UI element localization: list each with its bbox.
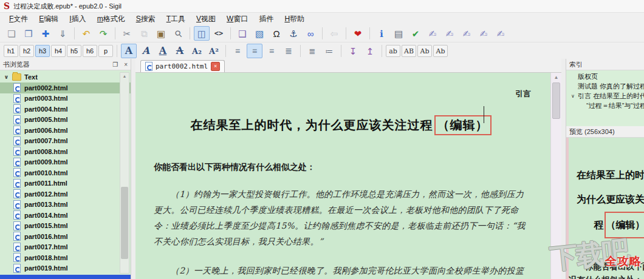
insert-anchor-icon[interactable]: ⚓	[286, 26, 301, 41]
file-item[interactable]: part0007.html	[0, 136, 131, 147]
menu-format[interactable]: m格式化	[92, 13, 131, 25]
menu-help[interactable]: H帮助	[279, 13, 310, 25]
scroll-up-icon[interactable]: ▲	[120, 74, 129, 78]
italic-button[interactable]: A	[138, 44, 154, 58]
file-item[interactable]: part0017.html	[0, 242, 131, 253]
file-item[interactable]: part0011.html	[0, 178, 131, 189]
goto-misspelled-3-icon[interactable]: ✍	[459, 26, 474, 41]
editor-scrollbar[interactable]: ▲	[550, 73, 561, 279]
back-icon[interactable]: ⇦	[326, 26, 342, 41]
menu-file[interactable]: F文件	[4, 13, 33, 25]
spellcheck-icon[interactable]: ✔	[408, 26, 423, 41]
align-right-icon[interactable]: ≡	[264, 44, 279, 58]
close-tab-icon[interactable]: ×	[211, 62, 220, 71]
sidebar-scrollbar[interactable]: ▲	[120, 72, 129, 274]
subscript-button[interactable]: A₂	[189, 44, 205, 58]
menu-edit[interactable]: E编辑	[33, 13, 64, 25]
capitalize-button[interactable]: Ab	[417, 45, 432, 57]
file-item[interactable]: part0009.html	[0, 157, 131, 168]
numbered-list-icon[interactable]: ≔	[321, 44, 337, 58]
undo-icon[interactable]: ↶	[78, 26, 94, 41]
align-justify-icon[interactable]: ≣	[281, 44, 296, 58]
file-item[interactable]: part0018.html	[0, 252, 131, 263]
file-item[interactable]: part0012.html	[0, 189, 131, 200]
file-item[interactable]: part0002.html	[0, 82, 131, 93]
heading-1-button[interactable]: h1	[4, 45, 18, 57]
heading-4-button[interactable]: h4	[51, 45, 66, 57]
goto-misspelled-5-icon[interactable]: ✍	[493, 26, 509, 41]
align-center-icon[interactable]: ≡	[247, 44, 262, 58]
menu-insert[interactable]: I插入	[64, 13, 91, 25]
file-item[interactable]: part0008.html	[0, 146, 131, 157]
underline-button[interactable]: A	[155, 44, 171, 58]
goto-misspelled-1-icon[interactable]: ✍	[425, 26, 440, 41]
file-item[interactable]: part0003.html	[0, 93, 131, 104]
code-view-icon[interactable]: <>	[211, 26, 227, 41]
float-panel-icon[interactable]: ❐	[112, 61, 118, 68]
bullet-list-icon[interactable]: ≣	[304, 44, 320, 58]
splitter-right[interactable]	[561, 59, 566, 279]
align-left-icon[interactable]: ≡	[230, 44, 245, 58]
insert-image-icon[interactable]: ▧	[252, 26, 267, 41]
save-icon[interactable]: ⇓	[55, 26, 70, 41]
menu-search[interactable]: S搜索	[131, 13, 161, 25]
redo-icon[interactable]: ↷	[95, 26, 111, 41]
scrollbar-thumb[interactable]	[121, 187, 128, 259]
split-marker-icon[interactable]: ↧	[345, 44, 361, 58]
add-existing-file-icon[interactable]: ✚	[38, 26, 53, 41]
lowercase-button[interactable]: ab	[386, 45, 400, 57]
donate-heart-icon[interactable]: ❤	[350, 26, 366, 41]
strikethrough-button[interactable]: A	[172, 44, 188, 58]
heading-6-button[interactable]: h6	[83, 45, 97, 57]
tab-part0002[interactable]: part0002.html ×	[140, 60, 225, 72]
file-item[interactable]: part0006.html	[0, 125, 131, 136]
insert-special-character-icon[interactable]: Ω	[269, 26, 284, 41]
scrollbar-thumb[interactable]	[552, 82, 560, 119]
paragraph-button[interactable]: p	[98, 45, 113, 57]
book-view-icon[interactable]: ◫	[194, 26, 210, 41]
chevron-down-icon[interactable]: ∨	[4, 74, 9, 80]
heading-2-button[interactable]: h2	[19, 45, 34, 57]
new-file-icon[interactable]: ❏	[4, 26, 19, 41]
book-view-editor[interactable]: 引言 在结果至上的时代，为什么更应该关注过程（编辑） 你能否看出以下两种情况有什…	[135, 73, 561, 279]
file-item[interactable]: part0014.html	[0, 210, 131, 221]
splitter-left[interactable]	[131, 59, 135, 279]
titlecase-button[interactable]: Ab	[433, 45, 448, 57]
toc-item-quiz[interactable]: 测试题 你真的了解过程	[566, 81, 644, 91]
heading-5-button[interactable]: h5	[67, 45, 81, 57]
menu-tools[interactable]: T工具	[161, 13, 191, 25]
toc-item-process-result[interactable]: “过程＝结果”与“过程	[566, 101, 644, 110]
toc-item-copyright[interactable]: 版权页	[566, 72, 644, 81]
toc-item-intro[interactable]: ∨ 引言 在结果至上的时代	[566, 91, 644, 101]
file-item[interactable]: part0013.html	[0, 200, 131, 210]
folder-text[interactable]: ∨ Text	[0, 72, 131, 82]
file-item[interactable]: part0005.html	[0, 115, 131, 126]
uppercase-button[interactable]: AB	[402, 45, 416, 57]
superscript-button[interactable]: A²	[206, 44, 222, 58]
heading-3-button[interactable]: h3	[35, 45, 50, 57]
close-panel-icon[interactable]: ×	[124, 61, 128, 68]
file-item[interactable]: part0004.html	[0, 104, 131, 115]
menu-plugins[interactable]: 插件	[253, 13, 279, 25]
file-item[interactable]: part0015.html	[0, 221, 131, 232]
open-file-icon[interactable]: ❒	[21, 26, 36, 41]
file-item[interactable]: part0010.html	[0, 167, 131, 178]
menu-view[interactable]: V视图	[191, 13, 221, 25]
toc-editor-icon[interactable]: ▤	[391, 26, 406, 41]
paste-icon[interactable]: ▣	[153, 26, 169, 41]
metadata-editor-icon[interactable]: ℹ	[374, 26, 389, 41]
goto-misspelled-4-icon[interactable]: ✍	[476, 26, 492, 41]
menu-window[interactable]: W窗口	[221, 13, 253, 25]
insert-link-icon[interactable]: ∞	[303, 26, 318, 41]
file-item[interactable]: part0019.html	[0, 263, 131, 274]
goto-misspelled-2-icon[interactable]: ✍	[442, 26, 457, 41]
copy-icon[interactable]: ⧉	[136, 26, 152, 41]
scroll-up-icon[interactable]: ▲	[551, 73, 561, 80]
insert-file-icon[interactable]: ❑	[235, 26, 250, 41]
file-item[interactable]: part0016.html	[0, 231, 131, 242]
split-at-cursor-icon[interactable]: ↥	[362, 44, 378, 58]
bold-button[interactable]: A	[121, 44, 137, 58]
cut-icon[interactable]: ✂	[119, 26, 135, 41]
find-icon[interactable]: ⚲	[170, 26, 186, 41]
separator	[322, 27, 323, 39]
